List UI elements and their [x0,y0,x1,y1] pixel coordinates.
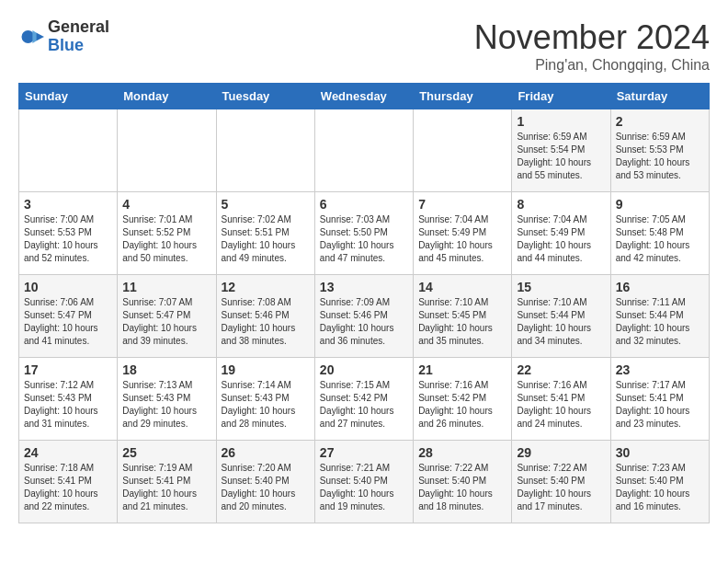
day-info: Sunrise: 7:10 AMSunset: 5:44 PMDaylight:… [517,296,605,348]
day-cell: 10Sunrise: 7:06 AMSunset: 5:47 PMDayligh… [19,275,118,358]
day-cell: 30Sunrise: 7:23 AMSunset: 5:40 PMDayligh… [610,441,709,523]
day-number: 25 [122,445,210,460]
day-info: Sunrise: 7:04 AMSunset: 5:49 PMDaylight:… [418,213,506,265]
header-day-friday: Friday [512,84,610,109]
day-number: 20 [320,362,408,377]
day-cell: 25Sunrise: 7:19 AMSunset: 5:41 PMDayligh… [118,441,216,523]
day-info: Sunrise: 7:22 AMSunset: 5:40 PMDaylight:… [418,462,506,513]
day-number: 2 [616,114,704,129]
day-info: Sunrise: 7:18 AMSunset: 5:41 PMDaylight:… [24,462,112,513]
logo-icon [18,24,44,50]
day-cell [19,109,118,192]
day-cell: 26Sunrise: 7:20 AMSunset: 5:40 PMDayligh… [216,441,314,523]
day-cell: 7Sunrise: 7:04 AMSunset: 5:49 PMDaylight… [414,192,512,275]
logo-text: General Blue [48,18,109,55]
day-number: 1 [517,114,605,129]
day-cell: 2Sunrise: 6:59 AMSunset: 5:53 PMDaylight… [610,109,709,192]
svg-marker-2 [37,33,44,40]
day-info: Sunrise: 7:15 AMSunset: 5:42 PMDaylight:… [320,379,408,431]
logo-blue: Blue [48,37,109,55]
day-cell: 28Sunrise: 7:22 AMSunset: 5:40 PMDayligh… [414,441,512,523]
day-cell: 27Sunrise: 7:21 AMSunset: 5:40 PMDayligh… [314,441,413,523]
day-cell: 9Sunrise: 7:05 AMSunset: 5:48 PMDaylight… [610,192,709,275]
day-info: Sunrise: 7:21 AMSunset: 5:40 PMDaylight:… [320,462,408,513]
day-number: 9 [616,197,704,212]
header-day-saturday: Saturday [610,84,709,109]
month-title: November 2024 [474,18,710,57]
header-day-monday: Monday [118,84,216,109]
day-info: Sunrise: 7:01 AMSunset: 5:52 PMDaylight:… [122,213,210,265]
day-number: 6 [320,197,408,212]
day-number: 17 [24,362,112,377]
day-number: 16 [616,280,704,294]
day-cell [314,109,413,192]
day-cell: 6Sunrise: 7:03 AMSunset: 5:50 PMDaylight… [314,192,413,275]
day-info: Sunrise: 7:11 AMSunset: 5:44 PMDaylight:… [616,296,704,348]
day-cell: 22Sunrise: 7:16 AMSunset: 5:41 PMDayligh… [512,358,610,441]
title-block: November 2024 Ping'an, Chongqing, China [474,18,710,74]
day-info: Sunrise: 7:14 AMSunset: 5:43 PMDaylight:… [222,379,310,431]
day-cell: 13Sunrise: 7:09 AMSunset: 5:46 PMDayligh… [314,275,413,358]
day-info: Sunrise: 7:16 AMSunset: 5:42 PMDaylight:… [418,379,506,431]
day-number: 13 [320,280,408,294]
day-info: Sunrise: 7:05 AMSunset: 5:48 PMDaylight:… [616,213,704,265]
day-number: 21 [418,362,506,377]
day-info: Sunrise: 7:07 AMSunset: 5:47 PMDaylight:… [122,296,210,348]
day-cell [216,109,314,192]
day-number: 29 [517,445,605,460]
day-info: Sunrise: 7:16 AMSunset: 5:41 PMDaylight:… [517,379,605,431]
day-cell: 20Sunrise: 7:15 AMSunset: 5:42 PMDayligh… [314,358,413,441]
day-number: 15 [517,280,605,294]
day-info: Sunrise: 6:59 AMSunset: 5:53 PMDaylight:… [616,131,704,182]
day-number: 18 [122,362,210,377]
day-number: 30 [616,445,704,460]
day-info: Sunrise: 7:13 AMSunset: 5:43 PMDaylight:… [122,379,210,431]
day-cell: 23Sunrise: 7:17 AMSunset: 5:41 PMDayligh… [610,358,709,441]
day-cell: 18Sunrise: 7:13 AMSunset: 5:43 PMDayligh… [118,358,216,441]
day-number: 27 [320,445,408,460]
day-info: Sunrise: 7:22 AMSunset: 5:40 PMDaylight:… [517,462,605,513]
day-cell: 17Sunrise: 7:12 AMSunset: 5:43 PMDayligh… [19,358,118,441]
day-info: Sunrise: 7:02 AMSunset: 5:51 PMDaylight:… [222,213,310,265]
day-cell: 19Sunrise: 7:14 AMSunset: 5:43 PMDayligh… [216,358,314,441]
day-info: Sunrise: 7:23 AMSunset: 5:40 PMDaylight:… [616,462,704,513]
day-number: 4 [122,197,210,212]
week-row-5: 24Sunrise: 7:18 AMSunset: 5:41 PMDayligh… [19,441,710,523]
day-cell [118,109,216,192]
day-cell: 4Sunrise: 7:01 AMSunset: 5:52 PMDaylight… [118,192,216,275]
day-number: 3 [24,197,112,212]
day-number: 24 [24,445,112,460]
day-number: 10 [24,280,112,294]
day-cell: 12Sunrise: 7:08 AMSunset: 5:46 PMDayligh… [216,275,314,358]
day-cell [414,109,512,192]
day-cell: 15Sunrise: 7:10 AMSunset: 5:44 PMDayligh… [512,275,610,358]
day-info: Sunrise: 7:20 AMSunset: 5:40 PMDaylight:… [222,462,310,513]
day-info: Sunrise: 7:08 AMSunset: 5:46 PMDaylight:… [222,296,310,348]
day-cell: 24Sunrise: 7:18 AMSunset: 5:41 PMDayligh… [19,441,118,523]
day-info: Sunrise: 7:03 AMSunset: 5:50 PMDaylight:… [320,213,408,265]
day-number: 22 [517,362,605,377]
day-info: Sunrise: 6:59 AMSunset: 5:54 PMDaylight:… [517,131,605,182]
day-number: 26 [222,445,310,460]
day-number: 7 [418,197,506,212]
header-row: SundayMondayTuesdayWednesdayThursdayFrid… [19,84,710,109]
day-info: Sunrise: 7:04 AMSunset: 5:49 PMDaylight:… [517,213,605,265]
calendar-body: 1Sunrise: 6:59 AMSunset: 5:54 PMDaylight… [19,109,710,523]
day-number: 5 [222,197,310,212]
header-day-sunday: Sunday [19,84,118,109]
day-cell: 1Sunrise: 6:59 AMSunset: 5:54 PMDaylight… [512,109,610,192]
day-number: 23 [616,362,704,377]
day-number: 19 [222,362,310,377]
day-cell: 3Sunrise: 7:00 AMSunset: 5:53 PMDaylight… [19,192,118,275]
day-info: Sunrise: 7:10 AMSunset: 5:45 PMDaylight:… [418,296,506,348]
header-day-tuesday: Tuesday [216,84,314,109]
day-info: Sunrise: 7:12 AMSunset: 5:43 PMDaylight:… [24,379,112,431]
day-cell: 14Sunrise: 7:10 AMSunset: 5:45 PMDayligh… [414,275,512,358]
day-cell: 5Sunrise: 7:02 AMSunset: 5:51 PMDaylight… [216,192,314,275]
day-info: Sunrise: 7:09 AMSunset: 5:46 PMDaylight:… [320,296,408,348]
location: Ping'an, Chongqing, China [474,57,710,74]
day-number: 14 [418,280,506,294]
week-row-1: 1Sunrise: 6:59 AMSunset: 5:54 PMDaylight… [19,109,710,192]
day-number: 12 [222,280,310,294]
day-cell: 11Sunrise: 7:07 AMSunset: 5:47 PMDayligh… [118,275,216,358]
